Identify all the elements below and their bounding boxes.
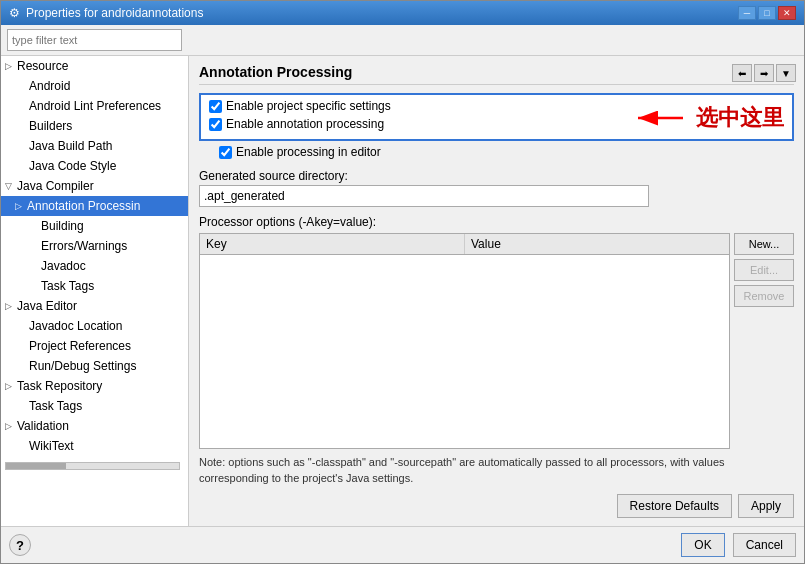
tree-item-wikitext[interactable]: WikiText [1, 436, 188, 456]
tree-item-javadoc[interactable]: Javadoc [1, 256, 188, 276]
tree-item-javadoc-location[interactable]: Javadoc Location [1, 316, 188, 336]
properties-window: ⚙ Properties for androidannotations ─ □ … [0, 0, 805, 564]
checkbox-enable-editor: Enable processing in editor [219, 145, 794, 159]
tree-item-task-tags[interactable]: Task Tags [1, 276, 188, 296]
tree-item-project-references[interactable]: Project References [1, 336, 188, 356]
main-area: ▷ Resource Android Android Lint Preferen… [1, 56, 804, 526]
nav-back-button[interactable]: ⬅ [732, 64, 752, 82]
tree-label: Validation [17, 419, 69, 433]
expand-arrow: ▷ [5, 381, 15, 391]
cancel-button[interactable]: Cancel [733, 533, 796, 557]
tree-label: Task Tags [29, 399, 82, 413]
tree-label: Java Editor [17, 299, 77, 313]
note-text: Note: options such as "-classpath" and "… [199, 455, 794, 486]
tree-label: Building [41, 219, 84, 233]
enable-annotation-checkbox[interactable] [209, 118, 222, 131]
bottom-right-buttons: OK Cancel [681, 533, 796, 557]
tree-label: Android [29, 79, 70, 93]
tree-item-android-lint[interactable]: Android Lint Preferences [1, 96, 188, 116]
enable-project-checkbox[interactable] [209, 100, 222, 113]
tree-label: Java Compiler [17, 179, 94, 193]
expand-arrow: ▽ [5, 181, 15, 191]
tree-item-java-editor[interactable]: ▷ Java Editor [1, 296, 188, 316]
maximize-button[interactable]: □ [758, 6, 776, 20]
callout-area: 选中这里 [628, 98, 784, 138]
tree-item-annotation-processing[interactable]: ▷ Annotation Processin [1, 196, 188, 216]
edit-button[interactable]: Edit... [734, 259, 794, 281]
expand-arrow: ▷ [5, 421, 15, 431]
title-bar-left: ⚙ Properties for androidannotations [9, 6, 203, 20]
tree-item-resource[interactable]: ▷ Resource [1, 56, 188, 76]
generated-source-input[interactable] [199, 185, 649, 207]
expand-arrow: ▷ [15, 201, 25, 211]
tree-label: Task Tags [41, 279, 94, 293]
tree-label: Annotation Processin [27, 199, 140, 213]
tree-label: Resource [17, 59, 68, 73]
bottom-bar: ? OK Cancel [1, 526, 804, 563]
enable-project-label: Enable project specific settings [226, 99, 391, 113]
tree-label: WikiText [29, 439, 74, 453]
left-panel: ▷ Resource Android Android Lint Preferen… [1, 56, 189, 526]
tree-item-task-repository[interactable]: ▷ Task Repository [1, 376, 188, 396]
table-container: Key Value New... Edit... Remove [199, 233, 794, 449]
tree-label: Java Code Style [29, 159, 116, 173]
enable-editor-label: Enable processing in editor [236, 145, 381, 159]
tree-label: Javadoc Location [29, 319, 122, 333]
close-button[interactable]: ✕ [778, 6, 796, 20]
nav-forward-button[interactable]: ➡ [754, 64, 774, 82]
minimize-button[interactable]: ─ [738, 6, 756, 20]
callout-text: 选中这里 [696, 103, 784, 133]
remove-button[interactable]: Remove [734, 285, 794, 307]
expand-arrow: ▷ [5, 61, 15, 71]
tree-label: Builders [29, 119, 72, 133]
right-panel: ⬅ ➡ ▼ Annotation Processing Enable proje… [189, 56, 804, 526]
title-bar: ⚙ Properties for androidannotations ─ □ … [1, 1, 804, 25]
window-title: Properties for androidannotations [26, 6, 203, 20]
table-action-buttons: New... Edit... Remove [734, 233, 794, 449]
help-button[interactable]: ? [9, 534, 31, 556]
nav-dropdown-button[interactable]: ▼ [776, 64, 796, 82]
tree-item-java-build-path[interactable]: Java Build Path [1, 136, 188, 156]
tree-label: Run/Debug Settings [29, 359, 136, 373]
tree-item-java-compiler[interactable]: ▽ Java Compiler [1, 176, 188, 196]
table-header: Key Value [200, 234, 729, 255]
tree-item-validation[interactable]: ▷ Validation [1, 416, 188, 436]
tree-item-builders[interactable]: Builders [1, 116, 188, 136]
horizontal-scrollbar[interactable] [5, 462, 180, 470]
ok-button[interactable]: OK [681, 533, 724, 557]
tree-label: Javadoc [41, 259, 86, 273]
tree-item-task-tags2[interactable]: Task Tags [1, 396, 188, 416]
apply-button[interactable]: Apply [738, 494, 794, 518]
apply-bar: Restore Defaults Apply [199, 494, 794, 518]
restore-defaults-button[interactable]: Restore Defaults [617, 494, 732, 518]
enable-editor-checkbox[interactable] [219, 146, 232, 159]
options-table: Key Value [199, 233, 730, 449]
tree-item-errors-warnings[interactable]: Errors/Warnings [1, 236, 188, 256]
tree-item-android[interactable]: Android [1, 76, 188, 96]
window-icon: ⚙ [9, 6, 20, 20]
expand-arrow: ▷ [5, 301, 15, 311]
col-value: Value [465, 234, 729, 254]
search-bar [1, 25, 804, 56]
tree-label: Android Lint Preferences [29, 99, 161, 113]
title-buttons: ─ □ ✕ [738, 6, 796, 20]
scrollbar-thumb [6, 463, 66, 469]
search-input[interactable] [7, 29, 182, 51]
tree-label: Task Repository [17, 379, 102, 393]
table-body [200, 255, 729, 449]
panel-title: Annotation Processing [199, 64, 794, 85]
col-key: Key [200, 234, 465, 254]
panel-nav: ⬅ ➡ ▼ [732, 64, 796, 82]
new-button[interactable]: New... [734, 233, 794, 255]
scroll-area [1, 456, 188, 472]
tree-label: Project References [29, 339, 131, 353]
tree-label: Errors/Warnings [41, 239, 127, 253]
tree-item-building[interactable]: Building [1, 216, 188, 236]
enable-annotation-label: Enable annotation processing [226, 117, 384, 131]
processor-options-label: Processor options (-Akey=value): [199, 215, 794, 229]
tree-label: Java Build Path [29, 139, 112, 153]
generated-source-label: Generated source directory: [199, 169, 794, 183]
tree-item-java-code-style[interactable]: Java Code Style [1, 156, 188, 176]
callout-arrow-icon [628, 98, 688, 138]
tree-item-run-debug[interactable]: Run/Debug Settings [1, 356, 188, 376]
